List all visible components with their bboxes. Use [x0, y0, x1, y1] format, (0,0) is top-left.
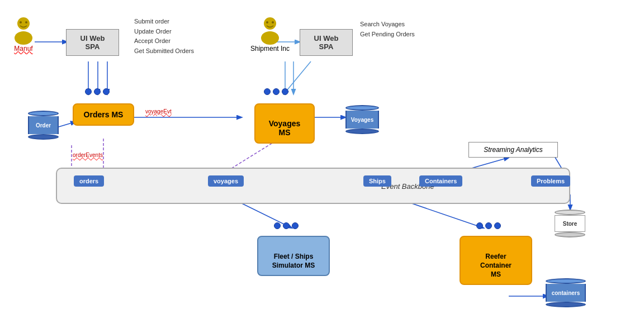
connector-dot [85, 88, 92, 95]
fleet-ms-connectors [274, 222, 299, 229]
connector-dot [485, 222, 492, 229]
voyage-evt-label: voyageEvt [145, 107, 172, 115]
connector-dot [273, 88, 280, 95]
containers-topic: Containers [419, 175, 462, 187]
svg-point-26 [20, 21, 22, 23]
voyages-ms-connectors [264, 88, 288, 95]
connector-dot [282, 88, 288, 95]
connector-dot [274, 222, 281, 229]
ui-spa-2: UI Web SPA [300, 29, 353, 56]
shipment-label: Shipment Inc [250, 45, 290, 53]
streaming-analytics-box: Streaming Analytics [468, 142, 558, 158]
containers-db: containers [546, 278, 586, 307]
manuf-label: Manuf [14, 45, 32, 53]
order-db: Order [28, 111, 59, 140]
connector-dot [292, 222, 299, 229]
manuf-person-icon [12, 17, 35, 45]
connector-dot [103, 88, 110, 95]
action-accept: Accept Order [134, 36, 194, 46]
orders-ms: Orders MS [73, 103, 134, 126]
orders-topic: orders [74, 175, 104, 187]
store-db: Store [555, 210, 585, 237]
action-update: Update Order [134, 27, 194, 37]
fleet-ms: Fleet / Ships Simulator MS [257, 236, 330, 276]
action-get-pending: Get Pending Orders [360, 30, 415, 40]
action-search-voyages: Search Voyages [360, 20, 415, 30]
shipment-actor: Shipment Inc [250, 17, 290, 53]
reefer-ms-connectors [476, 222, 501, 229]
svg-point-27 [25, 21, 27, 23]
action-get: Get Submitted Orders [134, 46, 194, 56]
shipment-actions-text: Search Voyages Get Pending Orders [360, 20, 415, 39]
manuf-actions-text: Submit order Update Order Accept Order G… [134, 17, 194, 56]
problems-topic: Problems [531, 175, 570, 187]
connector-dot [283, 222, 290, 229]
svg-point-29 [261, 31, 279, 45]
architecture-diagram: Manuf Submit order Update Order Accept O… [0, 0, 644, 328]
connector-dot [494, 222, 501, 229]
ui-spa-1: UI Web SPA [66, 29, 119, 56]
orders-ms-connectors [85, 88, 110, 95]
connector-dot [264, 88, 271, 95]
manuf-actor: Manuf [12, 17, 35, 53]
connector-dot [94, 88, 101, 95]
action-submit: Submit order [134, 17, 194, 27]
svg-point-25 [15, 31, 32, 45]
connector-dot [476, 222, 483, 229]
svg-point-24 [17, 17, 30, 30]
order-events-label: orderEvents [73, 151, 103, 159]
voyages-db: Voyages [345, 105, 379, 134]
svg-point-31 [272, 21, 274, 23]
reefer-ms: Reefer Container MS [460, 236, 532, 285]
svg-point-30 [266, 21, 268, 23]
event-backbone-container: Event Backbone orders voyages Ships Cont… [56, 168, 570, 204]
svg-point-28 [264, 17, 276, 30]
voyages-ms: Voyages MS [254, 103, 315, 144]
ships-topic: Ships [363, 175, 391, 187]
voyages-topic: voyages [208, 175, 244, 187]
shipment-person-icon [259, 17, 281, 45]
